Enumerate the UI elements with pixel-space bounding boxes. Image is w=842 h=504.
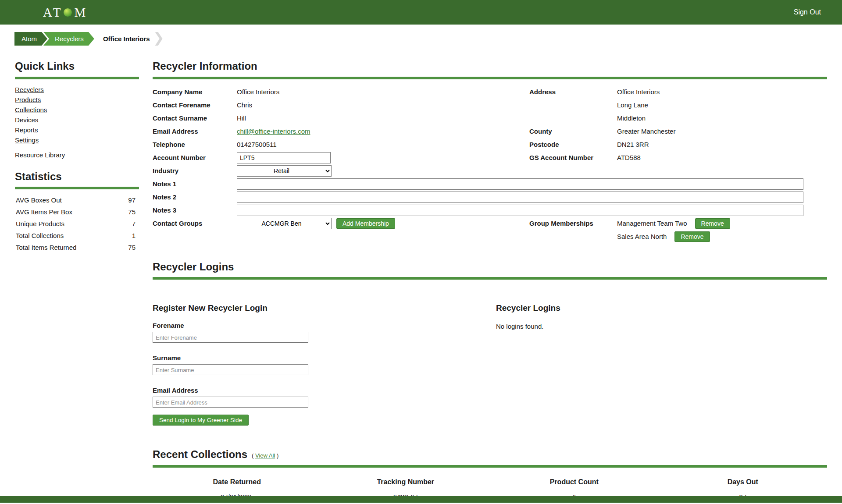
- breadcrumb-item-recyclers[interactable]: Recyclers: [43, 32, 94, 46]
- sidebar-item-settings[interactable]: Settings: [15, 136, 139, 144]
- notes1-label: Notes 1: [153, 177, 237, 191]
- stat-value: 75: [128, 244, 136, 251]
- main-content: Recycler Information Company Name Office…: [153, 60, 827, 500]
- stat-row: AVG Items Per Box 75: [15, 208, 139, 216]
- sidebar-item-reports[interactable]: Reports: [15, 126, 139, 134]
- address-line2-value: Long Lane: [617, 99, 827, 112]
- page-body: Quick Links Recyclers Products Collectio…: [0, 60, 842, 500]
- resource-library-link[interactable]: Resource Library: [15, 151, 139, 159]
- forename-input[interactable]: [153, 332, 308, 343]
- stat-row: Unique Products 7: [15, 220, 139, 227]
- view-all-open-paren: (: [252, 452, 253, 459]
- remove-membership-button[interactable]: Remove: [674, 231, 710, 242]
- app-header: AT M Sign Out: [0, 0, 842, 25]
- membership-name: Sales Area North: [617, 233, 667, 240]
- sidebar-item-devices[interactable]: Devices: [15, 116, 139, 124]
- forename-label: Forename: [153, 322, 496, 329]
- register-email-label: Email Address: [153, 387, 496, 394]
- register-login-panel: Register New Recycler Login Forename Sur…: [153, 303, 496, 426]
- logo-text-suffix: M: [74, 6, 88, 19]
- column-days-out: Days Out: [659, 478, 828, 486]
- sidebar-item-recyclers[interactable]: Recyclers: [15, 86, 139, 93]
- breadcrumb: Atom Recyclers Office Interiors: [14, 32, 842, 46]
- contact-forename-value: Chris: [237, 99, 529, 112]
- stat-value: 1: [132, 232, 136, 239]
- register-email-input[interactable]: [153, 397, 308, 408]
- spacer: [529, 164, 617, 177]
- membership-name: Management Team Two: [617, 220, 687, 227]
- contact-surname-value: Hill: [237, 112, 529, 125]
- recent-collections-title: Recent Collections: [153, 448, 247, 461]
- company-name-value: Office Interiors: [237, 85, 529, 99]
- surname-input[interactable]: [153, 364, 308, 375]
- recycler-information-title: Recycler Information: [153, 60, 827, 72]
- gs-account-number-label: GS Account Number: [529, 151, 617, 164]
- footer-bar: [0, 496, 842, 503]
- address-line3-value: Middleton: [617, 112, 827, 125]
- quick-links-title: Quick Links: [15, 60, 139, 72]
- stat-row: Total Items Returned 75: [15, 244, 139, 251]
- send-login-button[interactable]: Send Login to My Greener Side: [153, 415, 249, 426]
- quick-links-divider: [15, 77, 139, 79]
- email-link[interactable]: chill@office-interiors.com: [237, 128, 310, 135]
- recycler-logins-section: Recycler Logins Register New Recycler Lo…: [153, 261, 827, 426]
- remove-membership-button[interactable]: Remove: [695, 218, 730, 229]
- gs-account-number-value: ATD588: [617, 151, 827, 164]
- account-number-label: Account Number: [153, 151, 237, 164]
- stat-label: Total Items Returned: [16, 244, 76, 251]
- recycler-information-grid: Company Name Office Interiors Address Of…: [153, 85, 827, 243]
- notes3-input[interactable]: [237, 205, 803, 216]
- sidebar-item-products[interactable]: Products: [15, 96, 139, 103]
- forename-field-group: Forename: [153, 322, 496, 343]
- quick-links-list: Recyclers Products Collections Devices R…: [15, 86, 139, 159]
- stat-label: Total Collections: [16, 232, 64, 239]
- sidebar-item-collections[interactable]: Collections: [15, 106, 139, 114]
- surname-label: Surname: [153, 354, 496, 362]
- company-name-label: Company Name: [153, 85, 237, 99]
- sign-out-link[interactable]: Sign Out: [794, 8, 821, 16]
- statistics-title: Statistics: [15, 170, 139, 183]
- spacer: [153, 230, 237, 243]
- spacer: [529, 112, 617, 125]
- stat-value: 97: [128, 196, 136, 204]
- industry-label: Industry: [153, 164, 237, 177]
- notes1-input[interactable]: [237, 178, 803, 190]
- register-login-title: Register New Recycler Login: [153, 303, 496, 313]
- telephone-label: Telephone: [153, 138, 237, 151]
- breadcrumb-item-atom[interactable]: Atom: [14, 32, 47, 46]
- county-label: County: [529, 125, 617, 138]
- notes2-input[interactable]: [237, 192, 803, 203]
- membership-row: Sales Area North Remove: [617, 230, 827, 243]
- stat-label: AVG Boxes Out: [16, 196, 62, 204]
- view-all-link[interactable]: View All: [255, 452, 275, 459]
- account-number-input[interactable]: [237, 152, 331, 163]
- industry-select[interactable]: Retail: [237, 165, 332, 177]
- notes3-label: Notes 3: [153, 204, 237, 217]
- add-membership-button[interactable]: Add Membership: [336, 218, 395, 229]
- statistics-rows: AVG Boxes Out 97 AVG Items Per Box 75 Un…: [15, 196, 139, 251]
- contact-groups-label: Contact Groups: [153, 217, 237, 230]
- column-tracking-number: Tracking Number: [321, 478, 490, 486]
- county-value: Greater Manchester: [617, 125, 827, 138]
- postcode-value: DN21 3RR: [617, 138, 827, 151]
- spacer: [617, 164, 827, 177]
- logins-list-title: Recycler Logins: [496, 303, 827, 313]
- sidebar: Quick Links Recyclers Products Collectio…: [15, 60, 139, 500]
- recent-collections-divider: [153, 465, 827, 468]
- postcode-label: Postcode: [529, 138, 617, 151]
- email-address-label: Email Address: [153, 125, 237, 138]
- recycler-logins-columns: Register New Recycler Login Forename Sur…: [153, 303, 827, 426]
- collections-header-row: Date Returned Tracking Number Product Co…: [153, 478, 827, 486]
- view-all-wrap: ( View All ): [252, 452, 278, 459]
- contact-groups-select[interactable]: ACCMGR Ben: [237, 218, 332, 229]
- contact-forename-label: Contact Forename: [153, 99, 237, 112]
- spacer: [529, 99, 617, 112]
- breadcrumb-item-current: Office Interiors: [94, 32, 155, 46]
- stat-label: Unique Products: [16, 220, 64, 227]
- address-label: Address: [529, 85, 617, 99]
- chevron-right-icon: [155, 32, 163, 46]
- stat-label: AVG Items Per Box: [16, 208, 72, 216]
- address-line1-value: Office Interiors: [617, 85, 827, 99]
- view-all-close-paren: ): [277, 452, 278, 459]
- recent-collections-heading-row: Recent Collections ( View All ): [153, 448, 827, 461]
